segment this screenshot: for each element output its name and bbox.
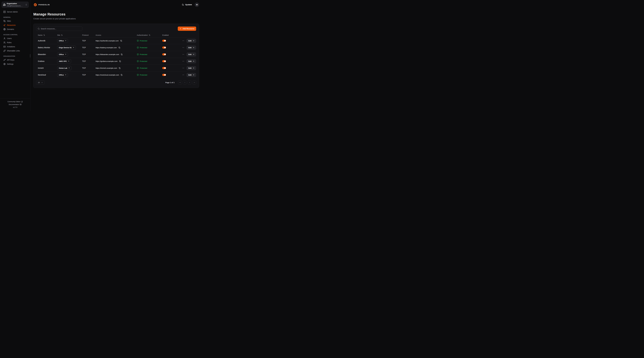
org-selector[interactable]: Organization milo@fossorial.io's ...: [2, 2, 28, 8]
search-input[interactable]: [36, 27, 82, 31]
row-menu-button[interactable]: [182, 39, 185, 42]
sites-icon: [3, 20, 6, 22]
table-header: Name Site Protocol Access Authentication: [36, 33, 196, 37]
sidebar-item-settings[interactable]: Settings: [2, 62, 28, 66]
auth-status-badge: Protected: [137, 60, 147, 62]
site-link-button[interactable]: Edge Device 01: [57, 46, 76, 50]
copy-url-button[interactable]: [120, 53, 123, 56]
chevron-down-icon: [41, 82, 43, 83]
copy-url-button[interactable]: [119, 60, 121, 63]
sidebar-item-shareable-links[interactable]: Shareable Links: [2, 49, 28, 53]
community-edition-link[interactable]: Community Edition: [0, 100, 30, 103]
enabled-toggle[interactable]: [162, 47, 166, 49]
last-page-button[interactable]: [192, 80, 196, 85]
edit-button[interactable]: Edit: [187, 46, 196, 50]
sidebar-item-invitations[interactable]: Invitations: [2, 45, 28, 49]
add-resource-button[interactable]: Add Resource: [178, 27, 196, 31]
page-subtitle: Create secure proxies to your private ap…: [33, 18, 199, 20]
enabled-toggle[interactable]: [162, 60, 166, 62]
site-link-button[interactable]: Office: [57, 73, 68, 77]
copy-url-button[interactable]: [118, 67, 121, 69]
previous-page-button[interactable]: [183, 80, 187, 85]
column-header-site[interactable]: Site: [56, 34, 80, 36]
documentation-link[interactable]: Documentation: [0, 103, 30, 106]
enabled-toggle[interactable]: [162, 74, 166, 76]
sidebar-item-users[interactable]: Users: [2, 36, 28, 41]
org-selector-label: Organization: [7, 3, 24, 5]
ellipsis-icon: [182, 67, 184, 69]
copy-icon: [120, 40, 122, 42]
chevron-right-icon: [189, 82, 190, 83]
chevrons-left-icon: [179, 82, 181, 83]
card-toolbar: Add Resource: [36, 27, 196, 31]
page-size-select[interactable]: 20: [36, 80, 44, 85]
edit-button[interactable]: Edit: [187, 39, 196, 43]
edit-button[interactable]: Edit: [187, 59, 196, 63]
building-icon: [3, 4, 6, 6]
site-link-button[interactable]: Home Lab: [57, 66, 72, 70]
edit-button[interactable]: Edit: [187, 73, 196, 77]
resource-url: https://nextcloud.example.com: [96, 74, 119, 76]
site-link-button[interactable]: Office: [57, 39, 68, 43]
enabled-toggle[interactable]: [162, 40, 166, 42]
copy-url-button[interactable]: [118, 46, 120, 49]
row-menu-button[interactable]: [182, 74, 185, 76]
topbar: PANGOLIN System M: [30, 0, 202, 9]
sidebar-item-label: Domains: [7, 28, 14, 30]
auth-status-badge: Protected: [137, 47, 147, 49]
sidebar-scrollbar-thumb[interactable]: [30, 54, 30, 58]
edit-button-label: Edit: [188, 67, 192, 69]
shield-check-icon: [137, 74, 139, 76]
theme-selector[interactable]: System: [182, 4, 192, 6]
sidebar-item-resources[interactable]: Resources: [2, 23, 28, 27]
copy-url-button[interactable]: [120, 40, 122, 42]
site-name: Edge Device 01: [59, 47, 72, 49]
auth-status-badge: Protected: [137, 67, 147, 69]
sidebar-item-server-admin[interactable]: Server Admin: [2, 10, 28, 14]
sidebar-item-domains[interactable]: Domains: [2, 27, 28, 31]
column-header-name[interactable]: Name: [36, 34, 56, 36]
ellipsis-icon: [182, 60, 184, 62]
column-header-authentication[interactable]: Authentication: [135, 34, 160, 36]
sidebar-item-label: Resources: [7, 24, 16, 26]
org-selector-value: milo@fossorial.io's ...: [7, 5, 24, 7]
key-icon: [3, 59, 6, 61]
copy-url-button[interactable]: [120, 74, 123, 76]
sidebar-item-roles[interactable]: Roles: [2, 41, 28, 45]
gear-icon: [3, 63, 6, 65]
edit-button-label: Edit: [188, 54, 192, 56]
auth-status-badge: Protected: [137, 74, 147, 76]
enabled-toggle[interactable]: [162, 53, 166, 56]
sidebar-item-sites[interactable]: Sites: [2, 19, 28, 23]
site-link-button[interactable]: AWS VPC: [57, 59, 71, 63]
chevrons-up-down-icon: [25, 4, 27, 6]
resource-url: https://immich.example.com: [96, 67, 117, 69]
resource-name: Battery Monitor: [36, 47, 56, 49]
resource-protocol: TCP: [80, 40, 94, 42]
row-menu-button[interactable]: [182, 67, 185, 70]
sort-icon: [61, 34, 63, 36]
row-menu-button[interactable]: [182, 53, 185, 56]
page-header: Manage Resources Create secure proxies t…: [30, 12, 202, 20]
table-row: Nextcloud Office TCP https://nextcloud.e…: [36, 71, 196, 78]
sidebar-item-api-keys[interactable]: API Keys: [2, 58, 28, 62]
copy-icon: [120, 74, 122, 76]
avatar-initial: M: [196, 4, 198, 6]
site-link-button[interactable]: Office: [57, 53, 68, 57]
row-menu-button[interactable]: [182, 46, 185, 49]
first-page-button[interactable]: [178, 80, 182, 85]
enabled-toggle[interactable]: [162, 67, 166, 69]
edit-button[interactable]: Edit: [187, 53, 196, 57]
theme-label: System: [185, 4, 192, 6]
sidebar-item-label: Roles: [7, 42, 12, 44]
brand-logo[interactable]: PANGOLIN: [33, 3, 50, 7]
row-menu-button[interactable]: [182, 60, 185, 63]
user-avatar[interactable]: M: [195, 3, 199, 7]
add-resource-label: Add Resource: [182, 28, 194, 30]
next-page-button[interactable]: [188, 80, 192, 85]
sort-icon: [44, 34, 45, 36]
column-header-enabled: Enabled: [160, 34, 179, 36]
chevron-left-icon: [184, 82, 186, 83]
arrow-right-icon: [192, 47, 194, 49]
edit-button[interactable]: Edit: [187, 66, 196, 70]
